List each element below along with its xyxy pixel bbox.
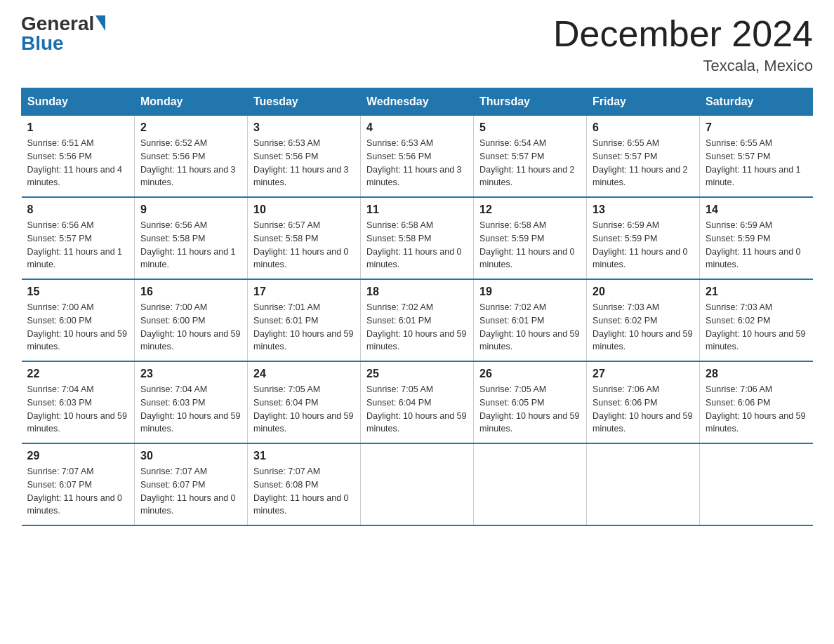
day-number: 17 (253, 286, 355, 298)
calendar-week-row: 29 Sunrise: 7:07 AMSunset: 6:07 PMDaylig… (22, 443, 813, 525)
calendar-cell: 10 Sunrise: 6:57 AMSunset: 5:58 PMDaylig… (248, 197, 361, 279)
calendar-cell: 22 Sunrise: 7:04 AMSunset: 6:03 PMDaylig… (22, 361, 135, 443)
day-info: Sunrise: 6:57 AMSunset: 5:58 PMDaylight:… (253, 220, 349, 269)
logo-blue-text: Blue (21, 34, 64, 53)
logo: General Blue (21, 14, 105, 53)
day-info: Sunrise: 7:05 AMSunset: 6:04 PMDaylight:… (253, 384, 353, 434)
day-info: Sunrise: 7:05 AMSunset: 6:05 PMDaylight:… (479, 384, 579, 434)
day-number: 20 (593, 286, 694, 298)
calendar-cell: 12 Sunrise: 6:58 AMSunset: 5:59 PMDaylig… (474, 197, 587, 279)
day-info: Sunrise: 6:55 AMSunset: 5:57 PMDaylight:… (593, 138, 688, 187)
calendar-cell: 25 Sunrise: 7:05 AMSunset: 6:04 PMDaylig… (361, 361, 474, 443)
calendar-cell: 26 Sunrise: 7:05 AMSunset: 6:05 PMDaylig… (474, 361, 587, 443)
day-number: 29 (27, 450, 129, 462)
day-number: 15 (27, 286, 129, 298)
day-number: 6 (593, 121, 694, 134)
header-monday: Monday (135, 88, 248, 116)
day-info: Sunrise: 6:56 AMSunset: 5:57 PMDaylight:… (27, 220, 123, 269)
day-number: 21 (706, 286, 807, 298)
header-saturday: Saturday (700, 88, 813, 116)
calendar-cell: 15 Sunrise: 7:00 AMSunset: 6:00 PMDaylig… (22, 279, 135, 361)
day-number: 26 (479, 368, 581, 380)
location-text: Texcala, Mexico (553, 57, 813, 75)
day-info: Sunrise: 7:06 AMSunset: 6:06 PMDaylight:… (593, 384, 692, 434)
day-info: Sunrise: 7:04 AMSunset: 6:03 PMDaylight:… (140, 384, 240, 434)
day-info: Sunrise: 7:00 AMSunset: 6:00 PMDaylight:… (27, 302, 127, 351)
day-number: 25 (366, 368, 468, 380)
day-number: 1 (27, 121, 129, 134)
logo-triangle-icon (95, 15, 105, 31)
calendar-cell: 31 Sunrise: 7:07 AMSunset: 6:08 PMDaylig… (248, 443, 361, 525)
calendar-cell: 19 Sunrise: 7:02 AMSunset: 6:01 PMDaylig… (474, 279, 587, 361)
day-number: 7 (706, 121, 807, 134)
calendar-table: SundayMondayTuesdayWednesdayThursdayFrid… (21, 88, 813, 526)
day-number: 10 (253, 203, 355, 216)
calendar-cell: 30 Sunrise: 7:07 AMSunset: 6:07 PMDaylig… (135, 443, 248, 525)
day-info: Sunrise: 7:01 AMSunset: 6:01 PMDaylight:… (253, 302, 353, 351)
header-wednesday: Wednesday (361, 88, 474, 116)
calendar-cell: 14 Sunrise: 6:59 AMSunset: 5:59 PMDaylig… (700, 197, 813, 279)
day-info: Sunrise: 7:00 AMSunset: 6:00 PMDaylight:… (140, 302, 240, 351)
day-info: Sunrise: 6:54 AMSunset: 5:57 PMDaylight:… (479, 138, 575, 187)
calendar-cell: 7 Sunrise: 6:55 AMSunset: 5:57 PMDayligh… (700, 116, 813, 198)
title-block: December 2024 Texcala, Mexico (553, 14, 813, 75)
day-info: Sunrise: 6:51 AMSunset: 5:56 PMDaylight:… (27, 138, 123, 187)
day-number: 5 (479, 121, 581, 134)
calendar-cell: 29 Sunrise: 7:07 AMSunset: 6:07 PMDaylig… (22, 443, 135, 525)
day-number: 30 (140, 450, 241, 462)
calendar-cell: 21 Sunrise: 7:03 AMSunset: 6:02 PMDaylig… (700, 279, 813, 361)
calendar-cell: 9 Sunrise: 6:56 AMSunset: 5:58 PMDayligh… (135, 197, 248, 279)
month-title: December 2024 (553, 14, 813, 54)
day-number: 19 (479, 286, 581, 298)
calendar-cell: 20 Sunrise: 7:03 AMSunset: 6:02 PMDaylig… (587, 279, 700, 361)
day-number: 11 (366, 203, 468, 216)
day-number: 3 (253, 121, 355, 134)
day-number: 4 (366, 121, 468, 134)
day-number: 12 (479, 203, 581, 216)
day-info: Sunrise: 7:02 AMSunset: 6:01 PMDaylight:… (479, 302, 579, 351)
day-number: 2 (140, 121, 241, 134)
day-number: 13 (593, 203, 694, 216)
day-info: Sunrise: 7:02 AMSunset: 6:01 PMDaylight:… (366, 302, 466, 351)
day-info: Sunrise: 7:04 AMSunset: 6:03 PMDaylight:… (27, 384, 127, 434)
header-tuesday: Tuesday (248, 88, 361, 116)
calendar-week-row: 15 Sunrise: 7:00 AMSunset: 6:00 PMDaylig… (22, 279, 813, 361)
calendar-cell: 3 Sunrise: 6:53 AMSunset: 5:56 PMDayligh… (248, 116, 361, 198)
calendar-cell: 6 Sunrise: 6:55 AMSunset: 5:57 PMDayligh… (587, 116, 700, 198)
day-number: 24 (253, 368, 355, 380)
day-info: Sunrise: 6:59 AMSunset: 5:59 PMDaylight:… (706, 220, 801, 269)
calendar-cell: 18 Sunrise: 7:02 AMSunset: 6:01 PMDaylig… (361, 279, 474, 361)
day-info: Sunrise: 6:58 AMSunset: 5:58 PMDaylight:… (366, 220, 462, 269)
day-number: 8 (27, 203, 129, 216)
calendar-cell: 5 Sunrise: 6:54 AMSunset: 5:57 PMDayligh… (474, 116, 587, 198)
calendar-cell: 17 Sunrise: 7:01 AMSunset: 6:01 PMDaylig… (248, 279, 361, 361)
calendar-cell: 8 Sunrise: 6:56 AMSunset: 5:57 PMDayligh… (22, 197, 135, 279)
day-number: 22 (27, 368, 129, 380)
calendar-week-row: 22 Sunrise: 7:04 AMSunset: 6:03 PMDaylig… (22, 361, 813, 443)
day-info: Sunrise: 7:03 AMSunset: 6:02 PMDaylight:… (593, 302, 692, 351)
day-info: Sunrise: 6:53 AMSunset: 5:56 PMDaylight:… (366, 138, 462, 187)
calendar-cell: 28 Sunrise: 7:06 AMSunset: 6:06 PMDaylig… (700, 361, 813, 443)
calendar-cell: 2 Sunrise: 6:52 AMSunset: 5:56 PMDayligh… (135, 116, 248, 198)
day-info: Sunrise: 6:55 AMSunset: 5:57 PMDaylight:… (706, 138, 801, 187)
calendar-cell: 24 Sunrise: 7:05 AMSunset: 6:04 PMDaylig… (248, 361, 361, 443)
header-friday: Friday (587, 88, 700, 116)
day-info: Sunrise: 7:06 AMSunset: 6:06 PMDaylight:… (706, 384, 805, 434)
calendar-cell: 11 Sunrise: 6:58 AMSunset: 5:58 PMDaylig… (361, 197, 474, 279)
calendar-week-row: 1 Sunrise: 6:51 AMSunset: 5:56 PMDayligh… (22, 116, 813, 198)
day-info: Sunrise: 7:07 AMSunset: 6:08 PMDaylight:… (253, 467, 349, 516)
day-info: Sunrise: 6:59 AMSunset: 5:59 PMDaylight:… (593, 220, 688, 269)
calendar-cell (361, 443, 474, 525)
day-number: 31 (253, 450, 355, 462)
day-info: Sunrise: 6:53 AMSunset: 5:56 PMDaylight:… (253, 138, 349, 187)
calendar-cell: 23 Sunrise: 7:04 AMSunset: 6:03 PMDaylig… (135, 361, 248, 443)
day-number: 14 (706, 203, 807, 216)
calendar-cell: 16 Sunrise: 7:00 AMSunset: 6:00 PMDaylig… (135, 279, 248, 361)
day-number: 9 (140, 203, 241, 216)
day-info: Sunrise: 6:52 AMSunset: 5:56 PMDaylight:… (140, 138, 236, 187)
calendar-cell (700, 443, 813, 525)
day-info: Sunrise: 6:58 AMSunset: 5:59 PMDaylight:… (479, 220, 575, 269)
calendar-header-row: SundayMondayTuesdayWednesdayThursdayFrid… (22, 88, 813, 116)
header-sunday: Sunday (22, 88, 135, 116)
day-number: 28 (706, 368, 807, 380)
